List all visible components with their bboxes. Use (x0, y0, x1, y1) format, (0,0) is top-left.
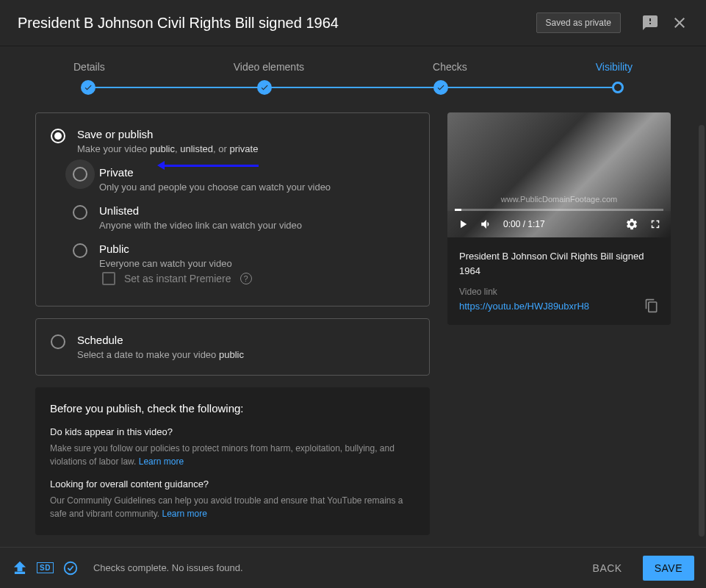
before-publish-heading: Before you publish, check the following: (50, 402, 415, 415)
video-link[interactable]: https://youtu.be/HWJ89ubxrH8 (459, 301, 589, 312)
step-visibility[interactable]: Visibility (596, 61, 633, 73)
visibility-public-radio[interactable] (73, 243, 87, 258)
video-thumbnail[interactable]: www.PublicDomainFootage.com 0:00 / 1:17 (447, 112, 671, 237)
save-status-badge: Saved as private (536, 12, 621, 33)
premiere-checkbox[interactable] (102, 272, 115, 285)
video-watermark: www.PublicDomainFootage.com (447, 195, 671, 204)
schedule-desc: Select a date to make your video public (77, 349, 244, 360)
dialog-footer: SD Checks complete. No issues found. BAC… (0, 547, 706, 588)
kids-question: Do kids appear in this video? (50, 426, 415, 437)
back-button[interactable]: BACK (581, 556, 634, 580)
annotation-arrow (163, 165, 259, 167)
visibility-public-desc: Everyone can watch your video (99, 258, 252, 269)
step-node-checks[interactable] (433, 80, 448, 95)
visibility-public-title: Public (99, 243, 252, 255)
save-or-publish-card: Save or publish Make your video public, … (35, 112, 430, 306)
save-button[interactable]: SAVE (643, 556, 694, 581)
guidance-learn-more-link[interactable]: Learn more (162, 509, 207, 519)
step-video-elements[interactable]: Video elements (234, 61, 304, 73)
visibility-private-radio[interactable] (73, 167, 87, 182)
close-icon[interactable] (671, 14, 688, 32)
visibility-private-title: Private (99, 166, 331, 179)
visibility-unlisted-radio[interactable] (73, 205, 87, 220)
stepper: Details Video elements Checks Visibility (0, 46, 706, 95)
preview-video-title: President B Johnson Civil Rights Bill si… (459, 249, 659, 278)
step-node-details[interactable] (81, 80, 96, 95)
dialog-header: President B Johnson Civil Rights Bill si… (0, 0, 706, 46)
svg-point-0 (65, 562, 77, 574)
guidance-question: Looking for overall content guidance? (50, 478, 415, 490)
step-node-visibility[interactable] (612, 82, 624, 93)
step-checks[interactable]: Checks (433, 61, 467, 73)
fullscreen-icon[interactable] (649, 218, 662, 231)
premiere-label: Set as instant Premiere (124, 273, 231, 284)
premiere-help-icon[interactable]: ? (240, 273, 252, 284)
footer-status-text: Checks complete. No issues found. (93, 562, 243, 573)
video-preview-card: www.PublicDomainFootage.com 0:00 / 1:17 … (447, 112, 671, 325)
checks-status-icon (62, 560, 79, 576)
step-node-video-elements[interactable] (257, 80, 272, 95)
play-icon[interactable] (456, 218, 469, 231)
video-link-label: Video link (459, 287, 659, 297)
save-or-publish-radio[interactable] (51, 129, 65, 143)
save-or-publish-title: Save or publish (77, 128, 258, 140)
kids-learn-more-link[interactable]: Learn more (139, 456, 184, 467)
schedule-card: Schedule Select a date to make your vide… (35, 318, 430, 376)
volume-icon[interactable] (480, 218, 493, 231)
page-title: President B Johnson Civil Rights Bill si… (18, 15, 536, 32)
schedule-radio[interactable] (51, 334, 65, 349)
upload-status-icon (12, 560, 28, 576)
feedback-icon[interactable] (641, 14, 659, 32)
visibility-private-desc: Only you and people you choose can watch… (99, 182, 331, 193)
scrollbar[interactable] (699, 125, 705, 537)
before-publish-card: Before you publish, check the following:… (35, 387, 430, 535)
schedule-title: Schedule (77, 334, 244, 346)
guidance-desc: Our Community Guidelines can help you av… (50, 494, 415, 520)
sd-processing-icon: SD (37, 562, 54, 573)
copy-icon[interactable] (644, 298, 659, 313)
step-details[interactable]: Details (73, 61, 105, 73)
visibility-unlisted-title: Unlisted (99, 204, 302, 217)
video-time: 0:00 / 1:17 (503, 219, 545, 229)
kids-desc: Make sure you follow our policies to pro… (50, 442, 415, 468)
settings-icon[interactable] (625, 218, 638, 231)
visibility-unlisted-desc: Anyone with the video link can watch you… (99, 220, 302, 231)
save-or-publish-desc: Make your video public, unlisted, or pri… (77, 143, 258, 154)
